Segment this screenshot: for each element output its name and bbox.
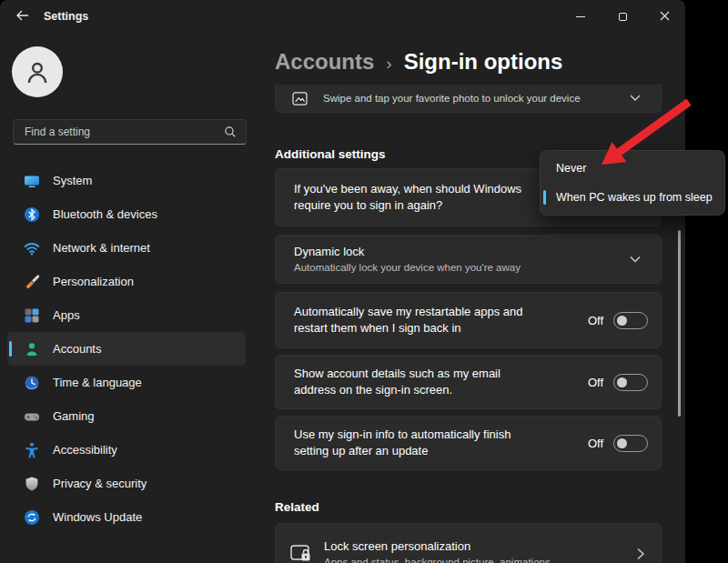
dropdown-option-label: When PC wakes up from sleep (556, 191, 713, 204)
sidebar-item-system[interactable]: System (7, 164, 246, 197)
toggle-knob (617, 438, 627, 448)
selection-indicator (543, 190, 546, 205)
restartable-apps-card: Automatically save my restartable apps a… (275, 292, 662, 348)
toggle-knob (617, 316, 627, 326)
vertical-scrollbar[interactable] (678, 230, 681, 417)
settings-window: Settings (0, 0, 685, 563)
toggle-state-label: Off (588, 376, 603, 389)
dynamic-lock-title: Dynamic lock (294, 244, 521, 260)
person-icon (22, 56, 53, 87)
dynamic-lock-card[interactable]: Dynamic lock Automatically lock your dev… (275, 235, 662, 284)
sidebar-item-label: Time & language (53, 376, 142, 389)
sidebar-item-personalization[interactable]: Personalization (7, 265, 246, 298)
breadcrumb-parent[interactable]: Accounts (275, 49, 374, 75)
app-title: Settings (44, 0, 88, 33)
page-title: Sign-in options (404, 49, 563, 75)
maximize-icon (619, 13, 627, 21)
search-box (13, 119, 247, 145)
sidebar-item-accessibility[interactable]: Accessibility (7, 433, 246, 467)
lock-screen-title: Lock screen personalization (324, 538, 551, 555)
sidebar-item-time-language[interactable]: Time & language (7, 366, 246, 399)
close-icon (660, 8, 670, 25)
sidebar-item-network-internet[interactable]: Network & internet (7, 231, 246, 265)
toggle-knob (617, 377, 627, 387)
screenshot-root: Settings (0, 0, 728, 563)
avatar[interactable] (12, 46, 63, 97)
bluetooth-icon (24, 206, 40, 223)
sidebar-item-label: Apps (53, 308, 80, 322)
breadcrumb: Accounts › Sign-in options (275, 49, 562, 75)
toggle-state-label: Off (588, 437, 603, 450)
restartable-apps-toggle[interactable] (613, 312, 648, 329)
sidebar-item-privacy-security[interactable]: Privacy & security (7, 467, 246, 500)
privacy-security-icon (24, 476, 40, 492)
chevron-down-icon[interactable] (630, 88, 641, 105)
picture-password-subtitle: Swipe and tap your favorite photo to unl… (323, 93, 581, 104)
dropdown-option-never[interactable]: Never (543, 154, 722, 183)
system-icon (24, 173, 40, 189)
sidebar-item-bluetooth-devices[interactable]: Bluetooth & devices (7, 197, 246, 231)
maximize-button[interactable] (602, 0, 643, 33)
section-header-additional-settings: Additional settings (275, 147, 386, 161)
dropdown-option-when-pc-wakes[interactable]: When PC wakes up from sleep (543, 183, 722, 212)
lock-screen-subtitle: Apps and status, background picture, ani… (324, 555, 551, 563)
lock-screen-personalization-card[interactable]: Lock screen personalization Apps and sta… (275, 523, 662, 563)
toggle-state-label: Off (588, 314, 603, 327)
dropdown-option-label: Never (556, 162, 586, 175)
sidebar-item-apps[interactable]: Apps (7, 298, 246, 332)
sidebar-item-label: Network & internet (53, 241, 150, 255)
sign-in-required-text: If you've been away, when should Windows… (294, 181, 558, 215)
titlebar: Settings (0, 0, 685, 33)
search-input[interactable] (14, 126, 224, 138)
network-icon (24, 240, 40, 256)
personalization-icon (24, 274, 40, 290)
dynamic-lock-subtitle: Automatically lock your device when you'… (294, 260, 521, 275)
account-details-text: Show account details such as my email ad… (294, 366, 523, 399)
sidebar-item-accounts[interactable]: Accounts (7, 332, 246, 366)
minimize-icon (576, 16, 585, 17)
time-language-icon (24, 375, 40, 391)
sidebar-item-label: Accounts (53, 342, 101, 356)
lock-screen-icon (290, 545, 312, 563)
minimize-button[interactable] (560, 0, 602, 33)
accounts-icon (24, 341, 40, 357)
sidebar-item-label: Accessibility (53, 443, 117, 457)
photo-icon (292, 92, 308, 106)
selection-indicator (9, 341, 12, 357)
picture-password-card[interactable]: Swipe and tap your favorite photo to unl… (275, 85, 662, 113)
sign-in-info-card: Use my sign-in info to automatically fin… (275, 416, 662, 470)
sign-in-info-text: Use my sign-in info to automatically fin… (294, 427, 517, 460)
sidebar-item-gaming[interactable]: Gaming (7, 399, 246, 433)
back-button[interactable] (7, 5, 36, 27)
sidebar-item-label: Gaming (53, 409, 95, 423)
restartable-apps-text: Automatically save my restartable apps a… (294, 304, 529, 337)
accessibility-icon (24, 442, 40, 458)
sidebar-item-label: Bluetooth & devices (53, 207, 157, 221)
search-icon (224, 126, 237, 138)
sidebar-item-label: Windows Update (53, 510, 142, 524)
sign-in-info-toggle[interactable] (613, 435, 648, 452)
apps-icon (24, 307, 40, 324)
account-details-card: Show account details such as my email ad… (275, 355, 662, 409)
sidebar-item-label: Privacy & security (53, 477, 147, 490)
breadcrumb-separator-icon: › (386, 54, 391, 74)
windows-update-icon (24, 509, 40, 526)
sign-in-required-dropdown-menu: Never When PC wakes up from sleep (540, 150, 725, 216)
sidebar-item-label: Personalization (53, 275, 134, 288)
chevron-right-icon (637, 548, 644, 560)
sidebar-nav: System Bluetooth & devices Network & int… (7, 164, 246, 534)
gaming-icon (24, 408, 40, 425)
sidebar-item-windows-update[interactable]: Windows Update (7, 500, 246, 534)
chevron-down-icon[interactable] (630, 256, 641, 263)
section-header-related: Related (275, 500, 319, 514)
back-arrow-icon (15, 8, 29, 25)
close-button[interactable] (643, 0, 685, 33)
sidebar-item-label: System (53, 174, 92, 187)
account-details-toggle[interactable] (613, 374, 648, 391)
